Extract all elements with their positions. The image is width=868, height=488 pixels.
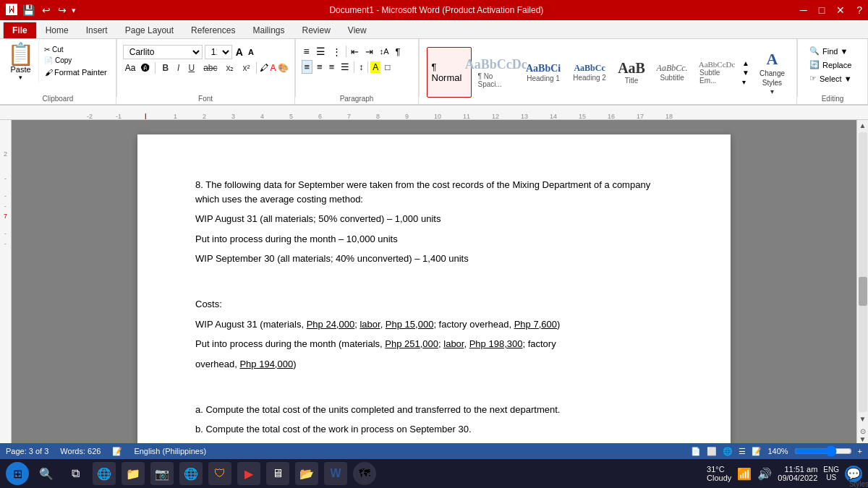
underline-button[interactable]: U [184,61,198,74]
font-shrink-button[interactable]: A [247,47,255,57]
paste-arrow[interactable]: ▾ [19,74,22,81]
show-marks-button[interactable]: ¶ [393,46,403,58]
style-normal[interactable]: ¶ Normal [427,47,472,98]
scroll-thumb[interactable] [859,277,867,306]
replace-button[interactable]: 🔄 Replace [807,59,859,71]
view-full-screen-button[interactable]: ⬜ [707,447,717,456]
decrease-indent-button[interactable]: ⇤ [349,46,361,58]
scroll-down-button[interactable]: ▼ [858,414,868,424]
align-left-button[interactable]: ≡ [302,60,313,74]
view-outline-button[interactable]: ☰ [739,447,746,456]
view-web-button[interactable]: 🌐 [723,447,733,456]
left-ruler: 2 - - - 7 - - [0,120,12,443]
video-icon[interactable]: ▶ [237,462,260,485]
folder2-icon[interactable]: 📂 [295,462,318,485]
superscript-button[interactable]: x² [239,61,253,74]
justify-button[interactable]: ☰ [339,61,352,73]
line-spacing-button[interactable]: ↕ [357,61,365,73]
shading-button[interactable]: 🎨 [278,63,289,73]
align-right-button[interactable]: ≡ [327,61,337,73]
align-center-button[interactable]: ≡ [315,61,325,73]
explorer-icon[interactable]: 📁 [122,462,145,485]
maps-icon[interactable]: 🗺 [353,462,376,485]
scroll-track[interactable] [859,132,867,412]
protect-icon[interactable]: 🛡 [208,462,231,485]
text-effects-button[interactable]: 🅐 [139,62,152,74]
view-draft-button[interactable]: 📝 [752,447,762,456]
font-color-button[interactable]: A [270,63,276,73]
bullets-button[interactable]: ≡ [302,45,312,58]
tab-review[interactable]: Review [293,22,339,38]
screen-icon[interactable]: 🖥 [266,462,289,485]
text-highlight-button[interactable]: 🖍 [260,63,268,73]
change-styles-arrow[interactable]: ▾ [770,87,774,95]
start-button[interactable]: ⊞ [6,462,29,485]
document-area[interactable]: 8. The following data for September were… [12,120,856,443]
style-subtitle[interactable]: AaBbCc. Subtitle [651,47,693,98]
volume-icon[interactable]: 🔊 [757,467,772,481]
restore-button[interactable]: □ [816,4,827,16]
quick-redo[interactable]: ↪ [56,4,69,16]
chrome-icon[interactable]: 🌐 [179,462,203,485]
select-button[interactable]: ☞ Select ▼ [807,72,859,85]
scroll-next-page[interactable]: ▼ [859,435,867,443]
paste-button[interactable]: 📋 Paste ▾ [6,42,39,82]
wifi-icon[interactable]: 📶 [737,467,752,481]
close-button[interactable]: ✕ [833,4,848,16]
find-button[interactable]: 🔍 Find ▼ [807,45,859,57]
multilevel-button[interactable]: ⋮ [330,46,344,58]
font-size-select[interactable]: 11 [205,45,232,59]
font-grow-button[interactable]: A [234,46,244,59]
borders-button[interactable]: □ [383,61,392,73]
view-print-button[interactable]: 📄 [691,447,701,456]
spelling-icon[interactable]: 📝 [112,447,122,456]
strikethrough-button[interactable]: abc [200,61,221,74]
sort-button[interactable]: ↕A [378,46,391,56]
style-no-spacing[interactable]: AaBbCcDc ¶ No Spaci... [473,47,520,98]
shading-para-button[interactable]: A [370,61,380,73]
lang-indicator[interactable]: ENG US [823,466,839,481]
help-icon[interactable]: ? [856,4,862,16]
quick-undo[interactable]: ↩ [40,4,53,16]
scroll-up-button[interactable]: ▲ [858,120,868,131]
clear-formatting-button[interactable]: Aa [123,62,138,74]
italic-button[interactable]: I [174,61,183,74]
increase-indent-button[interactable]: ⇥ [363,46,375,58]
font-family-select[interactable]: Carlito [123,45,203,59]
tab-file[interactable]: File [3,22,37,38]
scroll-bottom-icons[interactable]: ⊙ [860,427,866,435]
paragraph-label: Paragraph [302,95,412,103]
minimize-button[interactable]: ─ [797,4,810,16]
style-heading2[interactable]: AaBbCc Heading 2 [567,47,612,98]
search-button[interactable]: 🔍 [35,462,58,485]
zoom-slider[interactable] [794,445,852,457]
camera-icon[interactable]: 📷 [150,462,174,485]
subscript-button[interactable]: x₂ [222,61,237,74]
style-title[interactable]: AaB Title [613,47,650,98]
cut-button[interactable]: ✂ Cut [42,45,110,54]
bold-button[interactable]: B [158,61,172,74]
tab-mailings[interactable]: Mailings [244,22,293,38]
edge-icon[interactable]: 🌐 [93,462,116,485]
quick-save[interactable]: 💾 [20,4,37,16]
right-scrollbar[interactable]: ▲ ▼ ⊙ ▼ [856,120,868,443]
zoom-in-button[interactable]: + [858,447,862,455]
copy-button[interactable]: 📄 Copy [42,56,110,65]
style-subtle-em[interactable]: AaBbCcDc Subtle Em... [694,47,739,98]
styles-scroll-down[interactable]: ▼ [742,69,749,77]
styles-expand[interactable]: ▾ [742,78,749,86]
paragraph-3: Put into process during the month – 10,0… [195,232,673,247]
tab-insert[interactable]: Insert [77,22,116,38]
tab-page-layout[interactable]: Page Layout [116,22,182,38]
taskview-button[interactable]: ⧉ [64,462,87,485]
tab-references[interactable]: References [182,22,244,38]
tab-home[interactable]: Home [37,22,77,38]
style-heading1[interactable]: AaBbCi Heading 1 [521,47,566,98]
numbering-button[interactable]: ☰ [314,45,328,58]
format-painter-button[interactable]: 🖌 Format Painter [42,67,110,78]
styles-scroll-up[interactable]: ▲ [742,59,749,67]
tab-view[interactable]: View [339,22,375,38]
change-styles-button[interactable]: A ChangeStyles ▾ [754,47,791,98]
word-taskbar-icon[interactable]: W [324,462,347,485]
language-info[interactable]: English (Philippines) [134,447,206,455]
